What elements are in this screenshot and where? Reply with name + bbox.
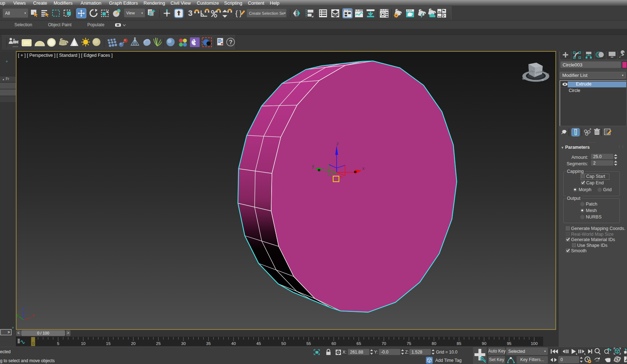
svg-text:z: z <box>336 141 339 146</box>
svg-text:?: ? <box>229 39 233 45</box>
svg-text:95: 95 <box>507 341 512 346</box>
svg-text:x: x <box>32 313 35 317</box>
svg-text:40: 40 <box>231 341 236 346</box>
svg-text:25: 25 <box>156 341 161 346</box>
svg-text:70: 70 <box>382 341 386 346</box>
svg-text:35: 35 <box>206 341 211 346</box>
svg-text:5: 5 <box>57 341 59 346</box>
svg-text:30: 30 <box>181 341 186 346</box>
svg-text:50: 50 <box>281 341 286 346</box>
svg-text:S: S <box>542 78 544 82</box>
svg-text:E: E <box>548 73 549 76</box>
svg-text:65: 65 <box>356 341 361 346</box>
svg-text:z: z <box>23 306 25 310</box>
svg-text:45: 45 <box>256 341 261 346</box>
svg-text:y: y <box>17 313 19 317</box>
svg-text:x: x <box>362 166 365 171</box>
svg-text:90: 90 <box>482 341 486 346</box>
svg-text:N: N <box>522 77 524 80</box>
svg-text:y: y <box>312 163 314 169</box>
svg-text:55: 55 <box>306 341 311 346</box>
svg-text:0: 0 <box>32 341 34 346</box>
svg-text:20: 20 <box>131 341 136 346</box>
svg-text:75: 75 <box>406 341 411 346</box>
svg-text:60: 60 <box>331 341 336 346</box>
svg-text:3: 3 <box>188 9 192 18</box>
svg-text:15: 15 <box>106 341 111 346</box>
svg-text:80: 80 <box>432 341 436 346</box>
svg-text:10: 10 <box>81 341 86 346</box>
svg-text:85: 85 <box>457 341 462 346</box>
svg-text:{ }: { } <box>235 9 242 17</box>
svg-text:100: 100 <box>531 341 537 346</box>
svg-text:[ + ] [ Perspective ] [ Standa: [ + ] [ Perspective ] [ Standard ] [ Edg… <box>18 53 113 58</box>
